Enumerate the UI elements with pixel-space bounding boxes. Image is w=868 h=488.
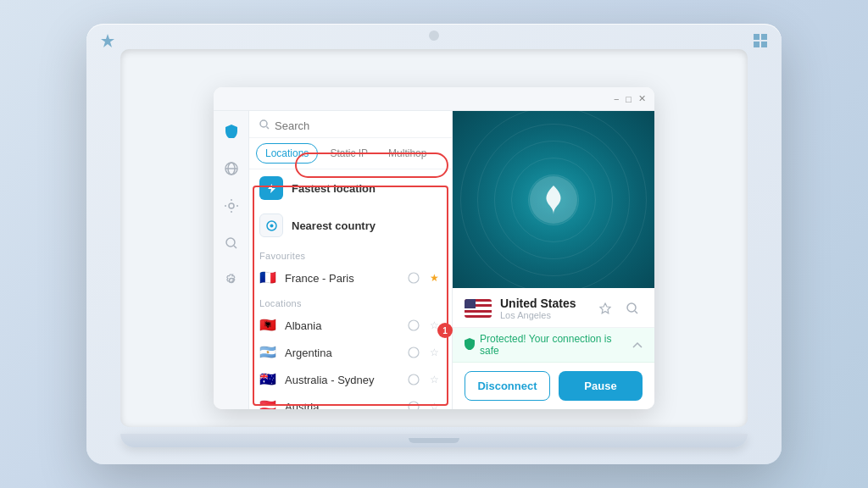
locations-list-badge: 1 [437,323,453,338]
nearest-icon [259,214,283,237]
favorite-icon[interactable] [595,298,615,319]
tab-static-ip[interactable]: Static IP [321,143,376,164]
connect-icon[interactable] [406,270,421,286]
status-bar: Protected! Your connection is safe [453,328,654,363]
svg-point-20 [409,402,419,409]
fastest-location-item[interactable]: Fastest location [249,169,452,207]
location-name: Austria [285,401,399,410]
flag-argentina: 🇦🇷 [259,346,278,359]
fastest-label: Fastest location [292,182,376,195]
svg-marker-13 [268,184,275,193]
nearest-label: Nearest country [292,219,376,232]
svg-point-11 [260,120,267,127]
list-item[interactable]: 🇦🇱 Albania ☆ [249,312,452,339]
star-icon[interactable]: ☆ [426,345,442,360]
info-actions [595,298,643,319]
list-item[interactable]: 🇦🇺 Australia - Sydney ☆ [249,366,452,393]
locations-list[interactable]: Fastest location Nearest country [249,169,452,409]
maximize-button[interactable]: □ [626,94,632,104]
location-name: Argentina [285,347,399,359]
sidebar-item-globe[interactable] [220,157,243,180]
list-item[interactable]: 🇫🇷 France - Paris ★ [249,264,452,291]
window-titlebar: − □ ✕ [214,87,654,111]
location-name: Australia - Sydney [285,374,399,386]
svg-point-18 [409,347,419,358]
search-icon [259,119,270,132]
shield-status-icon [465,338,475,352]
svg-point-19 [409,374,419,385]
svg-rect-1 [761,34,767,40]
connect-icon[interactable] [406,399,421,409]
svg-line-12 [267,127,270,130]
svg-point-7 [229,203,234,208]
svg-point-21 [627,303,636,312]
connect-icon[interactable] [406,318,421,333]
search-input[interactable] [275,119,442,132]
svg-point-15 [270,224,273,227]
tabs-row: Locations Static IP Multihop [249,138,452,169]
svg-rect-0 [754,34,760,40]
sidebar-item-search[interactable] [220,231,243,255]
flag-australia: 🇦🇺 [259,373,278,386]
sidebar-item-shield[interactable] [220,119,243,143]
status-label: Protected! Your connection is safe [480,333,632,357]
svg-point-8 [226,238,235,247]
svg-rect-3 [761,42,767,47]
os-logo [99,32,116,49]
minimize-button[interactable]: − [614,94,619,104]
flag-france: 🇫🇷 [259,271,278,285]
connect-icon[interactable] [406,372,421,387]
favourites-header: Favourites [249,244,452,264]
flag-austria: 🇦🇹 [259,400,278,409]
fastest-icon [259,176,283,200]
sidebar-item-gear[interactable] [220,269,243,292]
flag-albania: 🇦🇱 [259,319,278,332]
right-panel: United States Los Angeles [453,111,654,409]
svg-rect-2 [754,42,760,47]
location-name: France - Paris [285,272,399,285]
info-bar: United States Los Angeles [453,288,654,328]
svg-line-9 [234,246,236,248]
chevron-up-icon[interactable] [632,339,643,351]
svg-line-22 [635,311,637,313]
location-name: Albania [285,319,399,332]
sidebar [214,111,249,409]
laptop-shell: − □ ✕ [86,24,782,464]
laptop-notch [409,438,459,443]
country-info: United States Los Angeles [500,297,587,320]
window-body: Locations Static IP Multihop [214,111,654,409]
vpn-window: − □ ✕ [214,87,654,409]
laptop-bottom [120,434,748,447]
tab-locations[interactable]: Locations [256,143,318,164]
search-icon[interactable] [622,298,643,319]
map-area [453,111,654,288]
surfshark-logo [530,176,577,224]
sidebar-item-settings[interactable] [220,194,243,218]
country-name: United States [500,297,587,310]
tab-multihop[interactable]: Multihop [380,143,435,164]
camera-dot [429,30,439,41]
star-icon[interactable]: ★ [426,270,442,286]
pause-button[interactable]: Pause [559,371,643,401]
search-bar [249,111,452,138]
screen: − □ ✕ [120,49,748,427]
star-icon[interactable]: ☆ [426,372,442,387]
left-panel: Locations Static IP Multihop [249,111,453,409]
star-icon[interactable]: ☆ [426,399,442,409]
country-city: Los Angeles [500,310,587,320]
list-item[interactable]: 🇦🇹 Austria ☆ [249,393,452,409]
flag-us [465,299,492,318]
nearest-country-item[interactable]: Nearest country [249,207,452,244]
locations-header: Locations [249,291,452,312]
connect-icon[interactable] [406,345,421,360]
windows-icon [752,32,769,49]
close-button[interactable]: ✕ [638,93,646,104]
action-buttons: Disconnect Pause [453,363,654,409]
disconnect-button[interactable]: Disconnect [465,371,550,401]
svg-point-17 [409,320,419,330]
status-text: Protected! Your connection is safe [465,333,632,357]
list-item[interactable]: 🇦🇷 Argentina ☆ [249,339,452,366]
svg-point-16 [409,273,419,283]
